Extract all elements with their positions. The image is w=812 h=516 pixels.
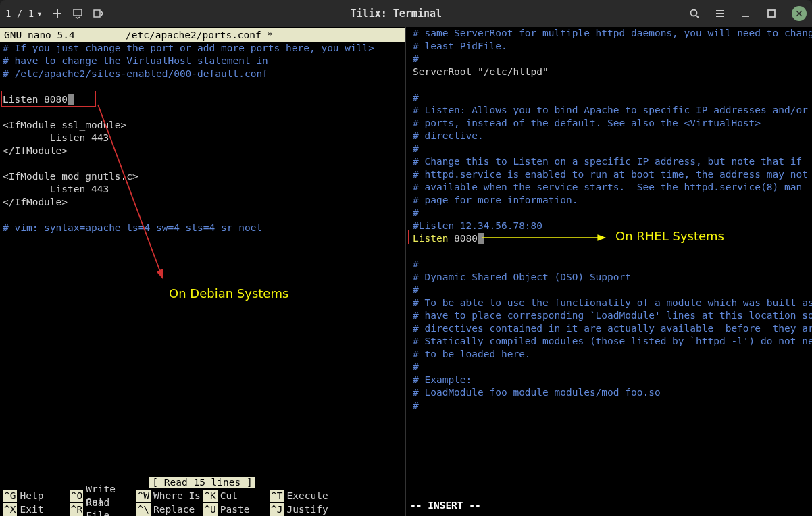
right-terminal-pane[interactable]: # same ServerRoot for multiple httpd dae… [406, 27, 812, 516]
vim-line: # [410, 399, 812, 412]
vim-line: # ports, instead of the default. See als… [410, 117, 812, 130]
nano-file-name: /etc/apache2/ports.conf * [126, 28, 401, 42]
nano-help-item[interactable]: ^KCut [203, 489, 270, 502]
nano-line: # have to change the VirtualHost stateme… [0, 55, 405, 68]
nano-help-item[interactable]: ^WWhere Is [136, 489, 203, 502]
add-terminal-icon[interactable] [52, 8, 63, 19]
vim-mode-indicator: -- INSERT -- [410, 499, 481, 512]
left-terminal-pane[interactable]: GNU nano 5.4 /etc/apache2/ports.conf * #… [0, 27, 406, 516]
vim-line: # least PidFile. [410, 40, 812, 53]
nano-status-line: [ Read 15 lines ] [0, 476, 405, 489]
vim-line: # directives contained in it are actuall… [410, 322, 812, 335]
vim-line: # Listen: Allows you to bind Apache to s… [410, 104, 812, 117]
vim-line: # [410, 258, 812, 271]
titlebar: 1 / 1 ▾ Tilix: Terminal [0, 0, 812, 27]
nano-line [0, 106, 405, 119]
vim-line: # [410, 284, 812, 296]
split-down-icon[interactable] [72, 8, 83, 19]
vim-line: # [410, 207, 812, 220]
nano-line [0, 209, 405, 222]
vim-line: # [410, 361, 812, 373]
vim-line: # Dynamic Shared Object (DSO) Support [410, 271, 812, 284]
vim-line: # httpd.service is enabled to run at boo… [410, 168, 812, 181]
vim-line: # have to place corresponding `LoadModul… [410, 309, 812, 322]
nano-line: <IfModule mod_gnutls.c> [0, 170, 405, 183]
close-icon[interactable] [792, 6, 807, 21]
chevron-down-icon: ▾ [36, 8, 42, 19]
vim-line: # page for more information. [410, 194, 812, 207]
maximize-icon[interactable] [766, 8, 777, 19]
svg-rect-0 [74, 9, 82, 16]
vim-line: #Listen 12.34.56.78:80 [410, 220, 812, 232]
vim-line: # To be able to use the functionality of… [410, 296, 812, 309]
session-count-text: 1 / 1 [5, 8, 34, 19]
nano-app-name: GNU nano 5.4 [4, 28, 126, 42]
minimize-icon[interactable] [740, 8, 751, 19]
vim-line: # [410, 53, 812, 66]
svg-rect-1 [94, 10, 100, 17]
nano-line: # vim: syntax=apache ts=4 sw=4 sts=4 sr … [0, 222, 405, 234]
vim-line: # directive. [410, 130, 812, 143]
vim-line: # LoadModule foo_module modules/mod_foo.… [410, 386, 812, 399]
split-right-icon[interactable] [93, 8, 103, 19]
nano-help-bar: ^GHelp ^OWrite Out ^WWhere Is ^KCut ^TEx… [0, 489, 405, 516]
nano-listen-line: Listen 8080_ [0, 93, 405, 106]
annotation-debian: On Debian Systems [169, 287, 288, 300]
vim-line: # available when the service starts. See… [410, 181, 812, 194]
nano-line [0, 157, 405, 170]
nano-help-item[interactable]: ^JJustify [270, 502, 336, 516]
svg-rect-3 [768, 10, 775, 17]
nano-titlebar: GNU nano 5.4 /etc/apache2/ports.conf * [0, 28, 405, 42]
nano-line [0, 80, 405, 93]
terminal-panes: GNU nano 5.4 /etc/apache2/ports.conf * #… [0, 27, 812, 516]
nano-line: Listen 443 [0, 183, 405, 196]
nano-help-item[interactable]: ^GHelp [3, 489, 70, 502]
nano-line: </IfModule> [0, 196, 405, 209]
svg-point-2 [691, 10, 697, 16]
window-title: Tilix: Terminal [103, 7, 689, 20]
search-icon[interactable] [689, 8, 700, 19]
session-indicator[interactable]: 1 / 1 ▾ [5, 8, 43, 19]
vim-line: # [410, 91, 812, 104]
vim-line: # Example: [410, 373, 812, 386]
nano-help-item[interactable]: ^RRead File [70, 502, 136, 516]
nano-help-item[interactable]: ^UPaste [203, 502, 270, 516]
menu-icon[interactable] [715, 8, 726, 19]
nano-line: # /etc/apache2/sites-enabled/000-default… [0, 68, 405, 80]
nano-line: </IfModule> [0, 145, 405, 157]
nano-line: # If you just change the port or add mor… [0, 42, 405, 55]
vim-listen-line: Listen 8080_ [410, 232, 812, 245]
vim-line [410, 245, 812, 258]
nano-line: Listen 443 [0, 132, 405, 145]
vim-line: # same ServerRoot for multiple httpd dae… [410, 27, 812, 40]
vim-line [410, 78, 812, 91]
nano-line: <IfModule ssl_module> [0, 119, 405, 132]
vim-line: ServerRoot "/etc/httpd" [410, 66, 812, 78]
nano-help-item[interactable]: ^\Replace [136, 502, 203, 516]
nano-help-item[interactable]: ^TExecute [270, 489, 336, 502]
vim-line: # to be loaded here. [410, 348, 812, 361]
vim-line: # [410, 143, 812, 155]
nano-help-item[interactable]: ^XExit [3, 502, 70, 516]
vim-line: # Statically compiled modules (those lis… [410, 335, 812, 348]
vim-line: # Change this to Listen on a specific IP… [410, 155, 812, 168]
